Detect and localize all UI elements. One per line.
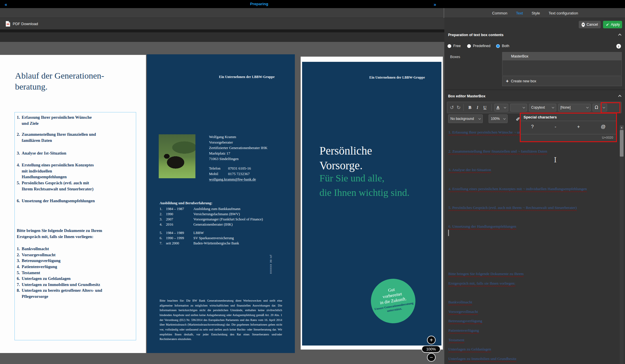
plus-icon: + (506, 79, 508, 84)
undo-icon[interactable]: ↺ (450, 105, 454, 110)
box-item-masterbox[interactable]: MasterBox (502, 52, 622, 60)
company-line: Ein Unternehmen der LBBW-Gruppe (219, 75, 275, 79)
chevron-down-icon (586, 106, 588, 108)
radio-free[interactable]: Free (448, 44, 461, 48)
cover-badge: Gut vorbereitet in die Zukunft. Unsere G… (368, 276, 419, 326)
company-line: Ein Unternehmen der LBBW-Gruppe (369, 76, 425, 79)
tab-bar: Common Text Style Text configuration (445, 8, 625, 18)
font-size-dropdown[interactable] (510, 104, 527, 112)
unicode-codepoint: U+0020 (521, 134, 616, 139)
special-characters-dropdown[interactable]: Ω (593, 104, 607, 112)
collapse-section-icon[interactable] (618, 34, 621, 37)
title-bar: Preparing (0, 0, 625, 8)
scroll-up-icon[interactable]: ▲ (620, 125, 624, 130)
font-color-dropdown[interactable]: A (494, 104, 508, 112)
zoom-level-badge: 100% (421, 346, 441, 353)
selected-text-box[interactable]: 1.Erfassung Ihrer persönlichen Wünsche u… (14, 112, 136, 340)
collapse-right-icon[interactable]: » (434, 2, 436, 7)
app-window: Preparing « » Common Text Style Text con… (0, 0, 625, 364)
pdf-download-label: PDF Download (13, 22, 38, 26)
redo-icon[interactable]: ↻ (456, 105, 461, 110)
editor-line[interactable]: Betreuungsverfügung (448, 319, 482, 323)
bold-button[interactable]: B (468, 105, 472, 110)
settings-panel: ✕ Cancel ✔ Apply Preparation of text box… (445, 18, 625, 364)
chevron-down-icon (478, 117, 481, 119)
tab-common[interactable]: Common (492, 11, 507, 15)
boxes-label: Boxes (450, 55, 460, 59)
chevron-down-icon (504, 106, 506, 108)
mobile-number: 0175 7232367 (228, 171, 250, 177)
tab-text-configuration[interactable]: Text configuration (549, 11, 578, 15)
text-editor-toolbar: ↺ ↻ B I U A Copytext [None] Ω (447, 102, 622, 113)
step-item: 5.Persönliches Gespräch (evtl. auch mit … (17, 180, 97, 192)
chevron-down-icon (522, 106, 525, 108)
step-item: 3.Analyse der Ist-Situation (17, 150, 97, 156)
editor-line[interactable]: Bankvollmacht (448, 300, 472, 304)
pdf-download-button[interactable]: PDF Download (0, 18, 444, 30)
education-block: Ausbildung und Berufserfahrung: 1.1984 –… (160, 200, 263, 246)
editor-line[interactable]: 1. Erfassung Ihrer persönlichen Wünsche … (448, 130, 532, 135)
create-new-box-button[interactable]: + Create new box (502, 76, 622, 86)
radio-dot (467, 44, 471, 48)
special-char-at[interactable]: @ (598, 124, 608, 129)
editor-line[interactable]: Bitte bringen Sie folgende Dokumente zu … (448, 272, 524, 276)
print-code: XXXXX 30 Icf (269, 253, 272, 274)
editor-line[interactable]: Vorsorgevollmacht (448, 309, 478, 314)
special-char-minus[interactable]: - (552, 124, 559, 129)
info-icon[interactable]: i (616, 44, 621, 49)
editor-line[interactable]: 6. Umsetzung der Handlungsempfehlungen (448, 224, 516, 229)
boxes-list[interactable]: MasterBox (502, 52, 622, 76)
document-item: 1.Bankvollmacht (17, 246, 108, 252)
tab-style[interactable]: Style (532, 11, 540, 15)
collapse-section-icon[interactable] (618, 95, 621, 98)
cancel-button[interactable]: ✕ Cancel (579, 21, 601, 28)
chevron-down-icon (503, 117, 506, 119)
editor-line[interactable]: Unterlagen zu Geldanlagen (448, 347, 491, 352)
editor-line[interactable]: Patientenverfügung (448, 328, 479, 333)
brochure-page-3: Ein Unternehmen der LBBW-Gruppe Persönli… (301, 57, 443, 350)
step-item: 6.Umsetzung der Handlungsempfehlungen (17, 198, 97, 204)
scrollbar-thumb[interactable] (620, 130, 624, 157)
radio-both[interactable]: Both (496, 44, 509, 48)
background-dropdown[interactable]: No background (448, 114, 483, 123)
editor-line[interactable]: Unterlagen zu Immobilien und Grundbesitz (448, 356, 516, 361)
editor-line[interactable]: Testament (448, 338, 464, 342)
paragraph-style-dropdown[interactable]: Copytext (529, 104, 556, 112)
zoom-out-button[interactable]: − (427, 353, 436, 362)
italic-button[interactable]: I (476, 105, 480, 110)
page-title: Preparing (250, 2, 268, 6)
editor-scrollbar[interactable]: ▲ (620, 125, 624, 364)
text-caret (448, 230, 449, 236)
cover-headline: Persönliche Vorsorge. (319, 143, 372, 173)
document-item: 5.Testament (17, 270, 108, 276)
check-icon: ✔ (606, 23, 609, 27)
editor-zoom-dropdown[interactable]: 100% (489, 114, 508, 123)
note-line: Bitte bringen Sie folgende Dokumente zu … (17, 228, 102, 233)
legal-disclaimer: Bitte beachten Sie: Die BW Bank Generati… (160, 298, 282, 342)
underline-button[interactable]: U (483, 105, 487, 110)
brochure-page-2: Ein Unternehmen der LBBW-Gruppe Wolfgang… (147, 54, 295, 353)
brochure-page-1: Ablauf der Generationen- beratung. 1.Erf… (0, 55, 146, 353)
collapse-left-icon[interactable]: « (5, 2, 7, 7)
editor-line[interactable]: Erstgespräch mit, falls sie Ihnen vorlie… (448, 281, 515, 286)
radio-predefined[interactable]: Predefined (467, 44, 490, 48)
editor-line[interactable]: 4. Erstellung eines persönlichen Konzept… (448, 187, 587, 191)
advisor-photo (159, 134, 195, 178)
divider (445, 90, 625, 90)
special-char-plus[interactable]: + (574, 124, 583, 129)
step-item: 4.Erstellung eines persönlichen Konzepte… (17, 162, 97, 180)
zoom-in-button[interactable]: + (427, 336, 436, 344)
contact-city: 71063 Sindelfingen (209, 156, 267, 161)
editor-line[interactable]: 2. Zusammenstellung Ihrer finanziellen u… (448, 149, 547, 154)
editor-line[interactable]: 3. Analyse der Ist-Situation (448, 168, 491, 172)
document-item: 8.Unterlagen zu bereits getroffener Alte… (17, 287, 108, 299)
chevron-down-icon (552, 106, 554, 108)
apply-button[interactable]: ✔ Apply (603, 21, 622, 28)
contact-street: Marktplatz 17 (209, 151, 267, 156)
document-item: 4.Patientenverfügung (17, 264, 108, 270)
editor-line[interactable]: 5. Persönliches Gespräch (evtl. auch mit… (448, 205, 577, 210)
special-char-question[interactable]: ? (528, 124, 537, 129)
tab-text[interactable]: Text (516, 11, 523, 15)
list-style-dropdown[interactable]: [None] (558, 104, 591, 112)
section-header-box-editor: Box editor MasterBox (448, 94, 485, 98)
